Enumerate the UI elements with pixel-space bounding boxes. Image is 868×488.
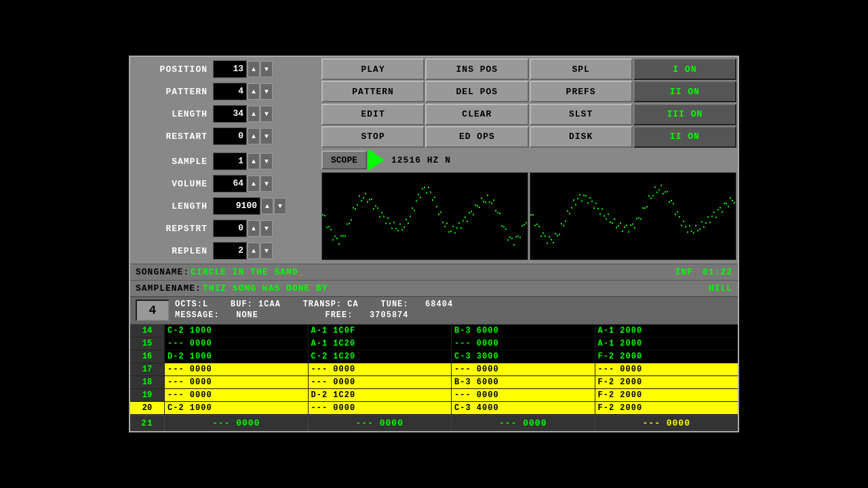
pattern-cell-20-ch2: --- 0000 [308,402,452,415]
pattern-cell-17-ch2: --- 0000 [308,363,452,376]
row-num-19: 19 [130,389,164,402]
transp-label: TRANSP: CA [303,300,359,309]
on1-button[interactable]: I ON [633,58,736,80]
tune-label: TUNE: [380,300,408,309]
length-down[interactable]: ▼ [260,106,273,122]
left-controls: POSITION 13 ▲ ▼ PATTERN 4 ▲ ▼ LENGTH 34 … [130,57,320,149]
pattern-cell-19-ch4: F-2 2000 [595,389,738,402]
volume-down[interactable]: ▼ [260,176,273,192]
on3-button[interactable]: III ON [633,104,736,125]
position-row: POSITION 13 ▲ ▼ [132,58,319,80]
sample-value: 1 [213,152,247,170]
sample-up[interactable]: ▲ [248,153,260,169]
pattern-cell-18-ch4: F-2 2000 [595,376,738,389]
on4-button[interactable]: II ON [633,126,736,148]
volume-value: 64 [213,175,247,192]
prefs-button[interactable]: PREFS [530,81,633,102]
restart-label: RESTART [132,131,213,142]
repstrt-label: REPSTRT [132,224,213,234]
replen-up[interactable]: ▲ [248,243,260,259]
row-num-18: 18 [130,376,164,389]
stop-button[interactable]: STOP [321,126,425,148]
restart-up[interactable]: ▲ [248,128,260,144]
row-num-20: 20 [130,402,164,415]
scope-left: SAMPLE 1 ▲ ▼ VOLUME 64 ▲ ▼ LENGTH 9100 ▲… [130,149,320,264]
length-up[interactable]: ▲ [248,106,260,122]
bottom-ch4: --- 0000 [595,415,738,431]
pattern-cell-20-ch4: F-2 2000 [595,402,738,415]
tune-value: 68404 [425,300,453,309]
pattern-cell-18-ch3: B-3 6000 [451,376,595,389]
buf-label: BUF: 1CAA [231,300,281,309]
bottom-row: 21 --- 0000 --- 0000 --- 0000 --- 0000 [130,415,738,431]
sample-label: SAMPLE [132,157,213,167]
bottom-ch2: --- 0000 [308,415,452,431]
bottom-ch3: --- 0000 [451,415,595,431]
pattern-value: 4 [213,83,247,100]
ed-ops-button[interactable]: ED OPS [425,126,528,148]
restart-row: RESTART 0 ▲ ▼ [132,125,319,147]
disk-button[interactable]: DISK [530,126,633,148]
position-up[interactable]: ▲ [248,61,260,77]
restart-down[interactable]: ▼ [260,128,273,144]
pattern-cell-19-ch1: --- 0000 [164,389,308,402]
repstrt-down[interactable]: ▼ [260,220,273,237]
repstrt-value: 0 [213,220,247,237]
slst-button[interactable]: SLST [530,104,633,125]
row-num-15: 15 [130,338,164,350]
length2-down[interactable]: ▼ [274,198,286,214]
main-container: POSITION 13 ▲ ▼ PATTERN 4 ▲ ▼ LENGTH 34 … [129,56,739,432]
spl-button[interactable]: SPL [530,58,633,80]
pattern-cell-14-ch2: A-1 1C0F [308,325,452,338]
length-value: 34 [213,105,247,123]
pattern-cell-14-ch3: B-3 6000 [451,325,595,338]
songname-inf: INF [675,267,693,277]
repstrt-row: REPSTRT 0 ▲ ▼ [132,218,319,239]
sample-down[interactable]: ▼ [260,153,273,169]
position-value: 13 [213,60,247,78]
samplename-value: THIZ SONG WAS DONE BY [203,283,328,293]
pattern-up[interactable]: ▲ [248,83,260,100]
tracker-info: 4 OCTS:L BUF: 1CAA TRANSP: CA TUNE: 6840… [130,296,738,324]
scope-button[interactable]: SCOPE [321,150,367,169]
pattern-cell-16-ch4: F-2 2000 [595,350,738,363]
pattern-button[interactable]: PATTERN [321,81,425,102]
scope-display-right [530,172,736,260]
scope-displays [320,171,738,264]
del-pos-button[interactable]: DEL POS [425,81,528,102]
on2-button[interactable]: II ON [633,81,736,102]
ins-pos-button[interactable]: INS POS [425,58,528,80]
pattern-cell-16-ch3: C-3 3000 [451,350,595,363]
position-down[interactable]: ▼ [260,61,273,77]
clear-button[interactable]: CLEAR [425,104,528,125]
octs-label: OCTS:L [175,300,208,309]
pattern-cell-18-ch1: --- 0000 [164,376,308,389]
free-label: FREE: [325,310,353,320]
scope-display-left [321,172,528,260]
replen-row: REPLEN 2 ▲ ▼ [132,240,319,262]
repstrt-up[interactable]: ▲ [248,220,260,237]
play-button[interactable]: PLAY [321,58,425,80]
length2-up[interactable]: ▲ [261,198,273,214]
volume-up[interactable]: ▲ [248,176,260,192]
message-label: MESSAGE: [175,310,220,320]
replen-down[interactable]: ▼ [260,243,273,259]
samplename-row: SAMPLENAME: THIZ SONG WAS DONE BY HILL [130,280,738,296]
row-num-17: 17 [130,363,164,376]
replen-label: REPLEN [132,246,213,256]
samplename-label: SAMPLENAME: [136,283,201,293]
length2-row: LENGTH 9100 ▲ ▼ [132,195,319,217]
bottom-ch1: --- 0000 [164,415,308,431]
pattern-cell-15-ch4: A-1 2000 [595,338,738,350]
songname-row: SONGNAME: CIRCLE IN THE SAND_ INF 01:22 [130,264,738,280]
volume-row: VOLUME 64 ▲ ▼ [132,173,319,195]
edit-button[interactable]: EDIT [321,104,425,125]
pattern-down[interactable]: ▼ [260,83,273,100]
pattern-cell-15-ch3: --- 0000 [451,338,595,350]
scope-arrow-icon[interactable] [368,149,384,171]
songname-value: CIRCLE IN THE SAND_ [191,267,304,277]
tracker-meta-line1: OCTS:L BUF: 1CAA TRANSP: CA TUNE: 68404 [175,300,732,309]
right-buttons: PLAY INS POS SPL I ON PATTERN DEL POS PR… [320,57,738,149]
pattern-cell-18-ch2: --- 0000 [308,376,452,389]
pattern-cell-16-ch1: D-2 1000 [164,350,308,363]
